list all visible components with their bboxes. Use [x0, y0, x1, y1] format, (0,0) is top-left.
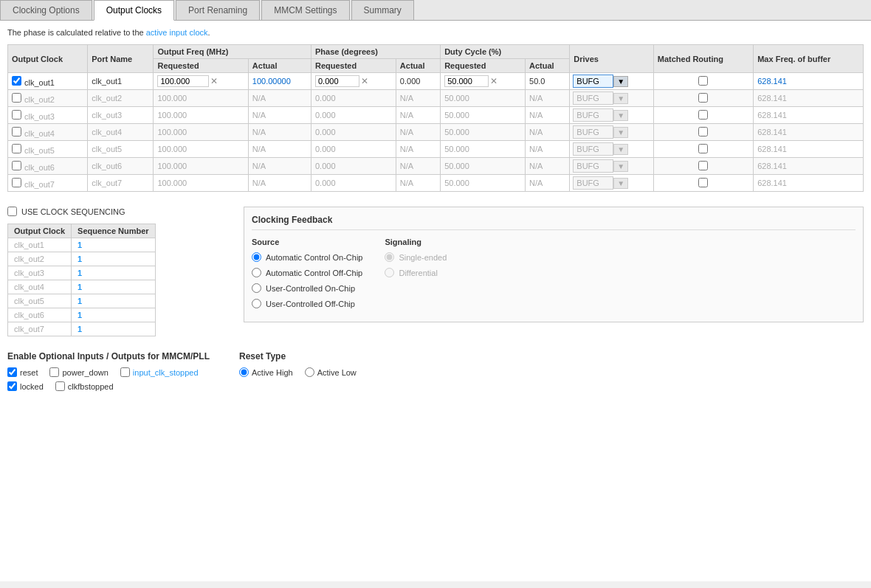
port-name-4: clk_out4: [88, 124, 154, 141]
col-duty-cycle: Duty Cycle (%): [441, 45, 570, 59]
clocking-feedback-box: Clocking Feedback Source Automatic Contr…: [244, 207, 864, 322]
matched-routing-checkbox-5[interactable]: [698, 144, 708, 153]
matched-routing-4[interactable]: [653, 124, 753, 141]
duty-act-5: N/A: [526, 141, 570, 158]
radio-single-ended[interactable]: Single-ended: [385, 252, 447, 262]
source-label: Source: [252, 238, 362, 246]
radio-differential[interactable]: Differential: [385, 268, 447, 277]
matched-routing-checkbox-7[interactable]: [698, 178, 708, 187]
tab-clocking-options[interactable]: Clocking Options: [0, 0, 92, 20]
radio-user-off-chip[interactable]: User-Controlled Off-Chip: [252, 299, 362, 308]
checkbox-clkfbstopped-input[interactable]: [55, 381, 65, 391]
duty-req-input-1[interactable]: [444, 75, 489, 87]
clock-enable-checkbox-1[interactable]: [12, 76, 21, 86]
radio-user-off-chip-input[interactable]: [252, 299, 261, 308]
reset-active-low-input[interactable]: [305, 367, 314, 377]
phase-req-input-1[interactable]: [315, 75, 359, 87]
phase-req-1: ✕: [311, 73, 396, 90]
freq-act-2: N/A: [248, 90, 311, 107]
col-max-freq: Max Freq. of buffer: [754, 45, 864, 73]
drives-dropdown-4[interactable]: ▼: [613, 127, 628, 138]
seq-clock-4: clk_out4: [8, 280, 72, 294]
checkbox-locked[interactable]: locked: [7, 381, 44, 391]
drives-dropdown-6[interactable]: ▼: [613, 161, 628, 172]
active-clock-link[interactable]: active input clock: [146, 28, 208, 37]
use-clock-seq-checkbox[interactable]: [7, 207, 17, 216]
radio-user-on-chip[interactable]: User-Controlled On-Chip: [252, 283, 362, 293]
tab-output-clocks[interactable]: Output Clocks: [94, 0, 174, 21]
clock-enable-checkbox-3[interactable]: [12, 110, 21, 120]
clock-name-6: clk_out6: [24, 163, 55, 172]
seq-table-row: clk_out51: [8, 294, 156, 308]
drives-dropdown-2[interactable]: ▼: [613, 93, 628, 104]
tab-port-renaming[interactable]: Port Renaming: [176, 0, 260, 20]
checkbox-input-clk-stopped-input[interactable]: [120, 367, 130, 377]
port-name-5: clk_out5: [88, 141, 154, 158]
seq-num-7: 1: [72, 322, 156, 336]
seq-table-row: clk_out21: [8, 252, 156, 266]
checkbox-clkfbstopped[interactable]: clkfbstopped: [55, 381, 114, 391]
matched-routing-checkbox-2[interactable]: [698, 93, 708, 103]
reset-active-high-input[interactable]: [239, 367, 249, 377]
duty-req-clear-1[interactable]: ✕: [489, 76, 499, 86]
seq-num-1: 1: [72, 238, 156, 252]
checkbox-reset[interactable]: reset: [7, 367, 38, 377]
clock-enable-checkbox-2[interactable]: [12, 93, 21, 103]
phase-req-5: 0.000: [311, 141, 396, 158]
phase-req-6: 0.000: [311, 158, 396, 175]
matched-routing-checkbox-3[interactable]: [698, 110, 708, 120]
reset-active-low-label: Active Low: [317, 368, 357, 377]
reset-active-low[interactable]: Active Low: [305, 367, 357, 377]
drives-input-1[interactable]: [573, 75, 613, 88]
drives-dropdown-1[interactable]: ▼: [613, 76, 628, 87]
matched-routing-checkbox-6[interactable]: [698, 161, 708, 170]
radio-auto-off-chip-input[interactable]: [252, 268, 261, 277]
matched-routing-6[interactable]: [653, 158, 753, 175]
radio-auto-off-chip[interactable]: Automatic Control Off-Chip: [252, 268, 362, 277]
radio-single-ended-input[interactable]: [385, 252, 394, 262]
clock-enable-checkbox-5[interactable]: [12, 144, 21, 153]
clock-enable-checkbox-6[interactable]: [12, 161, 21, 170]
drives-dropdown-5[interactable]: ▼: [613, 144, 628, 155]
radio-auto-on-chip-input[interactable]: [252, 252, 261, 262]
freq-act-3: N/A: [248, 107, 311, 124]
radio-differential-input[interactable]: [385, 268, 394, 277]
seq-clock-3: clk_out3: [8, 266, 72, 280]
checkbox-input-clk-stopped[interactable]: input_clk_stopped: [120, 367, 199, 377]
checkbox-locked-input[interactable]: [7, 381, 17, 391]
reset-type-title: Reset Type: [239, 351, 357, 362]
tab-bar: Clocking Options Output Clocks Port Rena…: [0, 0, 871, 21]
matched-routing-5[interactable]: [653, 141, 753, 158]
tab-mmcm-settings[interactable]: MMCM Settings: [261, 0, 349, 20]
matched-routing-1[interactable]: [653, 73, 753, 90]
checkbox-power-down[interactable]: power_down: [49, 367, 108, 377]
port-name-7: clk_out7: [88, 175, 154, 192]
reset-active-high[interactable]: Active High: [239, 367, 293, 377]
max-freq-7: 628.141: [754, 175, 864, 192]
matched-routing-2[interactable]: [653, 90, 753, 107]
matched-routing-checkbox-4[interactable]: [698, 127, 708, 136]
matched-routing-7[interactable]: [653, 175, 753, 192]
checkbox-power-down-input[interactable]: [49, 367, 59, 377]
drives-dropdown-7[interactable]: ▼: [613, 178, 628, 189]
freq-req-clear-1[interactable]: ✕: [209, 76, 219, 86]
seq-clock-1: clk_out1: [8, 238, 72, 252]
phase-req-clear-1[interactable]: ✕: [359, 76, 370, 86]
seq-num-2: 1: [72, 252, 156, 266]
clock-enable-checkbox-4[interactable]: [12, 127, 21, 136]
freq-req-input-1[interactable]: [157, 75, 209, 87]
radio-user-off-chip-label: User-Controlled Off-Chip: [266, 300, 355, 308]
tab-summary[interactable]: Summary: [351, 0, 414, 20]
radio-auto-on-chip[interactable]: Automatic Control On-Chip: [252, 252, 362, 262]
duty-act-1: 50.0: [526, 73, 570, 90]
radio-user-on-chip-input[interactable]: [252, 283, 261, 293]
table-row: clk_out7clk_out7100.000N/A0.000N/A50.000…: [8, 175, 864, 192]
checkbox-reset-input[interactable]: [7, 367, 17, 377]
col-duty-act: Actual: [526, 59, 570, 73]
drives-1[interactable]: ▼: [570, 73, 653, 90]
drives-dropdown-3[interactable]: ▼: [613, 110, 628, 121]
clock-enable-checkbox-7[interactable]: [12, 178, 21, 187]
matched-routing-checkbox-1[interactable]: [698, 76, 708, 86]
seq-clock-6: clk_out6: [8, 308, 72, 322]
matched-routing-3[interactable]: [653, 107, 753, 124]
